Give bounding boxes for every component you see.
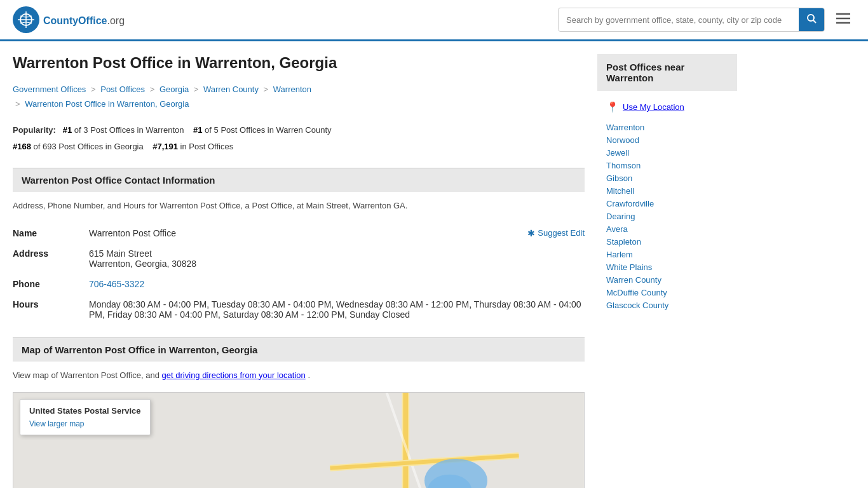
search-button[interactable] — [799, 8, 824, 31]
sidebar-link-thomson[interactable]: Thomson — [606, 161, 641, 170]
breadcrumb-warrenton[interactable]: Warrenton — [273, 85, 311, 94]
sidebar-link-mcduffie-county[interactable]: McDuffie County — [606, 288, 667, 297]
list-item: Jewell — [606, 147, 728, 158]
breadcrumb-warren-county[interactable]: Warren County — [203, 85, 259, 94]
location-pin-icon: 📍 — [606, 101, 619, 113]
sidebar-link-norwood[interactable]: Norwood — [606, 135, 639, 145]
list-item: Stapleton — [606, 236, 728, 247]
phone-row: Phone 706-465-3322 — [13, 274, 585, 294]
sidebar-link-crawfordville[interactable]: Crawfordville — [606, 199, 654, 208]
page-title: Warrenton Post Office in Warrenton, Geor… — [13, 54, 585, 72]
contact-info-table: Name Warrenton Post Office ✱ Suggest Edi… — [13, 223, 585, 325]
list-item: Mitchell — [606, 186, 728, 196]
sidebar-header: Post Offices near Warrenton — [597, 54, 737, 91]
hours-label: Hours — [13, 294, 89, 325]
rank2-text: of 5 Post Offices in Warren County — [205, 125, 331, 135]
search-input[interactable] — [559, 10, 799, 30]
sidebar-link-glascock-county[interactable]: Glascock County — [606, 301, 668, 310]
rank4-text: in Post Offices — [180, 142, 234, 151]
rank3-badge: #168 — [13, 142, 31, 151]
sidebar-link-dearing[interactable]: Dearing — [606, 212, 635, 221]
view-larger-map-link[interactable]: View larger map — [29, 419, 84, 428]
sidebar-link-warrenton[interactable]: Warrenton — [606, 123, 644, 132]
directions-link[interactable]: get driving directions from your locatio… — [162, 370, 306, 380]
logo-icon — [13, 6, 39, 33]
sidebar-links-list: Warrenton Norwood Jewell Thomson Gibson … — [597, 122, 737, 310]
address-value: 615 Main Street Warrenton, Georgia, 3082… — [89, 243, 585, 274]
header-controls — [558, 8, 855, 32]
hours-value: Monday 08:30 AM - 04:00 PM, Tuesday 08:3… — [89, 294, 585, 325]
search-bar — [558, 8, 825, 32]
name-row: Name Warrenton Post Office ✱ Suggest Edi… — [13, 223, 585, 243]
popularity-section: Popularity: #1 of 3 Post Offices in Warr… — [13, 122, 585, 155]
name-value: Warrenton Post Office ✱ Suggest Edit — [89, 223, 585, 243]
sidebar-link-avera[interactable]: Avera — [606, 224, 628, 234]
sidebar-link-harlem[interactable]: Harlem — [606, 250, 633, 259]
list-item: Norwood — [606, 135, 728, 145]
rank1-text: of 3 Post Offices in Warrenton — [74, 125, 184, 135]
map-description-suffix: . — [308, 370, 310, 380]
breadcrumb: Government Offices > Post Offices > Geor… — [13, 82, 585, 112]
breadcrumb-current[interactable]: Warrenton Post Office in Warrenton, Geor… — [25, 99, 189, 109]
map-section-header: Map of Warrenton Post Office in Warrento… — [13, 337, 585, 362]
map-description: View map of Warrenton Post Office, and g… — [13, 369, 585, 383]
breadcrumb-government-offices[interactable]: Government Offices — [13, 85, 86, 94]
list-item: Gibson — [606, 173, 728, 183]
name-label: Name — [13, 223, 89, 243]
sidebar-link-warren-county[interactable]: Warren County — [606, 275, 661, 285]
popularity-label: Popularity: — [13, 125, 56, 135]
list-item: Warren County — [606, 274, 728, 285]
popup-title: United States Postal Service — [29, 406, 141, 416]
phone-label: Phone — [13, 274, 89, 294]
address-label: Address — [13, 243, 89, 274]
sidebar-link-jewell[interactable]: Jewell — [606, 148, 629, 158]
map-popup: United States Postal Service View larger… — [20, 399, 151, 435]
suggest-edit-button[interactable]: ✱ Suggest Edit — [527, 228, 585, 238]
sidebar-link-gibson[interactable]: Gibson — [606, 173, 632, 183]
list-item: Avera — [606, 224, 728, 234]
phone-link[interactable]: 706-465-3322 — [89, 279, 144, 289]
suggest-edit-icon: ✱ — [527, 228, 535, 238]
logo-text: CountyOffice.org — [43, 13, 125, 27]
sidebar-link-mitchell[interactable]: Mitchell — [606, 186, 634, 196]
sidebar-link-stapleton[interactable]: Stapleton — [606, 237, 641, 247]
list-item: Glascock County — [606, 300, 728, 310]
breadcrumb-post-offices[interactable]: Post Offices — [100, 85, 145, 94]
use-location-link[interactable]: Use My Location — [623, 102, 684, 112]
main-container: Warrenton Post Office in Warrenton, Geor… — [0, 41, 868, 488]
breadcrumb-georgia[interactable]: Georgia — [159, 85, 189, 94]
phone-value: 706-465-3322 — [89, 274, 585, 294]
contact-description: Address, Phone Number, and Hours for War… — [13, 200, 585, 213]
contact-section-header: Warrenton Post Office Contact Informatio… — [13, 168, 585, 192]
rank1-badge: #1 — [63, 125, 72, 135]
svg-line-5 — [813, 20, 816, 23]
svg-point-4 — [808, 15, 814, 21]
map-container: United States Postal Service View larger… — [13, 392, 585, 488]
list-item: Thomson — [606, 160, 728, 170]
list-item: Warrenton — [606, 122, 728, 132]
map-description-prefix: View map of Warrenton Post Office, and — [13, 370, 162, 380]
rank3-text: of 693 Post Offices in Georgia — [34, 142, 144, 151]
use-my-location[interactable]: 📍 Use My Location — [597, 97, 737, 117]
logo[interactable]: CountyOffice.org — [13, 6, 125, 33]
content-area: Warrenton Post Office in Warrenton, Geor… — [13, 54, 597, 488]
list-item: Dearing — [606, 211, 728, 221]
site-header: CountyOffice.org — [0, 0, 868, 41]
hours-row: Hours Monday 08:30 AM - 04:00 PM, Tuesda… — [13, 294, 585, 325]
sidebar: Post Offices near Warrenton 📍 Use My Loc… — [597, 54, 737, 488]
address-row: Address 615 Main Street Warrenton, Georg… — [13, 243, 585, 274]
list-item: Crawfordville — [606, 198, 728, 208]
list-item: McDuffie County — [606, 287, 728, 297]
menu-button[interactable] — [831, 9, 855, 30]
list-item: Harlem — [606, 249, 728, 259]
rank4-badge: #7,191 — [153, 142, 178, 151]
sidebar-link-white-plains[interactable]: White Plains — [606, 262, 652, 272]
list-item: White Plains — [606, 262, 728, 272]
rank2-badge: #1 — [193, 125, 202, 135]
